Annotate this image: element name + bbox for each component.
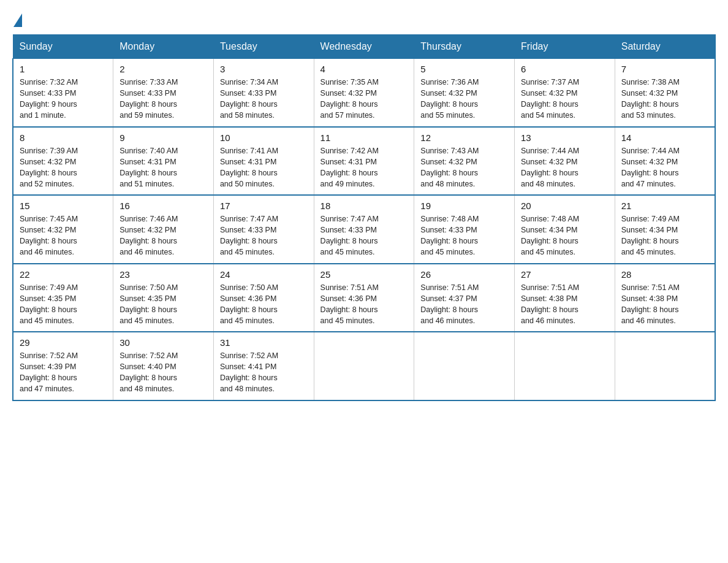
- day-info: Sunrise: 7:50 AM Sunset: 4:35 PM Dayligh…: [119, 282, 207, 327]
- day-info: Sunrise: 7:51 AM Sunset: 4:38 PM Dayligh…: [521, 282, 609, 327]
- day-info: Sunrise: 7:41 AM Sunset: 4:31 PM Dayligh…: [220, 145, 308, 190]
- day-number: 31: [220, 337, 308, 348]
- day-number: 23: [119, 269, 207, 280]
- day-info: Sunrise: 7:39 AM Sunset: 4:32 PM Dayligh…: [20, 145, 107, 190]
- day-of-week-header: Saturday: [615, 35, 715, 59]
- calendar-week-row: 29 Sunrise: 7:52 AM Sunset: 4:39 PM Dayl…: [13, 332, 715, 400]
- day-info: Sunrise: 7:48 AM Sunset: 4:33 PM Dayligh…: [420, 213, 508, 258]
- day-number: 29: [20, 337, 107, 348]
- calendar-day-cell: 29 Sunrise: 7:52 AM Sunset: 4:39 PM Dayl…: [13, 332, 113, 400]
- day-number: 16: [119, 201, 207, 211]
- day-info: Sunrise: 7:52 AM Sunset: 4:39 PM Dayligh…: [20, 350, 107, 395]
- calendar-day-cell: [515, 332, 615, 400]
- day-info: Sunrise: 7:49 AM Sunset: 4:35 PM Dayligh…: [20, 282, 107, 327]
- day-info: Sunrise: 7:38 AM Sunset: 4:32 PM Dayligh…: [621, 77, 708, 121]
- calendar-day-cell: [615, 332, 715, 400]
- day-info: Sunrise: 7:51 AM Sunset: 4:38 PM Dayligh…: [621, 282, 708, 327]
- calendar-day-cell: 4 Sunrise: 7:35 AM Sunset: 4:32 PM Dayli…: [314, 59, 414, 127]
- day-of-week-header: Thursday: [414, 35, 515, 59]
- day-number: 25: [320, 269, 408, 280]
- day-info: Sunrise: 7:44 AM Sunset: 4:32 PM Dayligh…: [621, 145, 708, 190]
- day-of-week-header: Monday: [113, 35, 214, 59]
- day-number: 17: [220, 201, 308, 211]
- calendar-day-cell: 1 Sunrise: 7:32 AM Sunset: 4:33 PM Dayli…: [13, 59, 113, 127]
- day-number: 10: [220, 132, 308, 143]
- day-number: 15: [20, 201, 107, 211]
- calendar-day-cell: [414, 332, 515, 400]
- day-info: Sunrise: 7:50 AM Sunset: 4:36 PM Dayligh…: [220, 282, 308, 327]
- day-number: 26: [420, 269, 508, 280]
- day-info: Sunrise: 7:47 AM Sunset: 4:33 PM Dayligh…: [220, 213, 308, 258]
- calendar-table: SundayMondayTuesdayWednesdayThursdayFrid…: [12, 34, 716, 401]
- day-number: 27: [521, 269, 609, 280]
- calendar-day-cell: 2 Sunrise: 7:33 AM Sunset: 4:33 PM Dayli…: [113, 59, 214, 127]
- calendar-day-cell: 27 Sunrise: 7:51 AM Sunset: 4:38 PM Dayl…: [515, 264, 615, 332]
- calendar-day-cell: 16 Sunrise: 7:46 AM Sunset: 4:32 PM Dayl…: [113, 195, 214, 264]
- day-number: 8: [20, 132, 107, 143]
- calendar-day-cell: 10 Sunrise: 7:41 AM Sunset: 4:31 PM Dayl…: [213, 127, 314, 196]
- calendar-day-cell: 21 Sunrise: 7:49 AM Sunset: 4:34 PM Dayl…: [615, 195, 715, 264]
- day-number: 6: [521, 64, 609, 74]
- day-number: 1: [20, 64, 107, 74]
- calendar-day-cell: 20 Sunrise: 7:48 AM Sunset: 4:34 PM Dayl…: [515, 195, 615, 264]
- day-info: Sunrise: 7:36 AM Sunset: 4:32 PM Dayligh…: [420, 77, 508, 121]
- day-number: 9: [119, 132, 207, 143]
- calendar-day-cell: 26 Sunrise: 7:51 AM Sunset: 4:37 PM Dayl…: [414, 264, 515, 332]
- calendar-day-cell: [314, 332, 414, 400]
- day-number: 2: [119, 64, 207, 74]
- calendar-week-row: 22 Sunrise: 7:49 AM Sunset: 4:35 PM Dayl…: [13, 264, 715, 332]
- day-number: 5: [420, 64, 508, 74]
- calendar-day-cell: 22 Sunrise: 7:49 AM Sunset: 4:35 PM Dayl…: [13, 264, 113, 332]
- day-info: Sunrise: 7:47 AM Sunset: 4:33 PM Dayligh…: [320, 213, 408, 258]
- day-number: 28: [621, 269, 708, 280]
- calendar-day-cell: 19 Sunrise: 7:48 AM Sunset: 4:33 PM Dayl…: [414, 195, 515, 264]
- calendar-day-cell: 15 Sunrise: 7:45 AM Sunset: 4:32 PM Dayl…: [13, 195, 113, 264]
- day-info: Sunrise: 7:51 AM Sunset: 4:37 PM Dayligh…: [420, 282, 508, 327]
- day-info: Sunrise: 7:42 AM Sunset: 4:31 PM Dayligh…: [320, 145, 408, 190]
- day-info: Sunrise: 7:49 AM Sunset: 4:34 PM Dayligh…: [621, 213, 708, 258]
- calendar-day-cell: 31 Sunrise: 7:52 AM Sunset: 4:41 PM Dayl…: [213, 332, 314, 400]
- calendar-day-cell: 28 Sunrise: 7:51 AM Sunset: 4:38 PM Dayl…: [615, 264, 715, 332]
- day-of-week-header: Friday: [515, 35, 615, 59]
- page-header: [12, 12, 716, 23]
- day-number: 21: [621, 201, 708, 211]
- calendar-day-cell: 5 Sunrise: 7:36 AM Sunset: 4:32 PM Dayli…: [414, 59, 515, 127]
- day-info: Sunrise: 7:33 AM Sunset: 4:33 PM Dayligh…: [119, 77, 207, 121]
- calendar-day-cell: 14 Sunrise: 7:44 AM Sunset: 4:32 PM Dayl…: [615, 127, 715, 196]
- day-info: Sunrise: 7:40 AM Sunset: 4:31 PM Dayligh…: [119, 145, 207, 190]
- calendar-day-cell: 25 Sunrise: 7:51 AM Sunset: 4:36 PM Dayl…: [314, 264, 414, 332]
- day-info: Sunrise: 7:43 AM Sunset: 4:32 PM Dayligh…: [420, 145, 508, 190]
- calendar-day-cell: 12 Sunrise: 7:43 AM Sunset: 4:32 PM Dayl…: [414, 127, 515, 196]
- day-info: Sunrise: 7:35 AM Sunset: 4:32 PM Dayligh…: [320, 77, 408, 121]
- day-number: 14: [621, 132, 708, 143]
- day-info: Sunrise: 7:37 AM Sunset: 4:32 PM Dayligh…: [521, 77, 609, 121]
- logo-triangle-icon: [13, 13, 22, 27]
- day-number: 19: [420, 201, 508, 211]
- calendar-week-row: 15 Sunrise: 7:45 AM Sunset: 4:32 PM Dayl…: [13, 195, 715, 264]
- day-number: 12: [420, 132, 508, 143]
- day-info: Sunrise: 7:44 AM Sunset: 4:32 PM Dayligh…: [521, 145, 609, 190]
- calendar-day-cell: 9 Sunrise: 7:40 AM Sunset: 4:31 PM Dayli…: [113, 127, 214, 196]
- calendar-day-cell: 13 Sunrise: 7:44 AM Sunset: 4:32 PM Dayl…: [515, 127, 615, 196]
- calendar-day-cell: 6 Sunrise: 7:37 AM Sunset: 4:32 PM Dayli…: [515, 59, 615, 127]
- day-number: 24: [220, 269, 308, 280]
- calendar-day-cell: 24 Sunrise: 7:50 AM Sunset: 4:36 PM Dayl…: [213, 264, 314, 332]
- calendar-day-cell: 7 Sunrise: 7:38 AM Sunset: 4:32 PM Dayli…: [615, 59, 715, 127]
- day-info: Sunrise: 7:52 AM Sunset: 4:41 PM Dayligh…: [220, 350, 308, 395]
- calendar-day-cell: 11 Sunrise: 7:42 AM Sunset: 4:31 PM Dayl…: [314, 127, 414, 196]
- day-info: Sunrise: 7:45 AM Sunset: 4:32 PM Dayligh…: [20, 213, 107, 258]
- day-number: 20: [521, 201, 609, 211]
- calendar-day-cell: 18 Sunrise: 7:47 AM Sunset: 4:33 PM Dayl…: [314, 195, 414, 264]
- calendar-week-row: 1 Sunrise: 7:32 AM Sunset: 4:33 PM Dayli…: [13, 59, 715, 127]
- day-number: 22: [20, 269, 107, 280]
- day-of-week-header: Wednesday: [314, 35, 414, 59]
- day-number: 11: [320, 132, 408, 143]
- calendar-day-cell: 30 Sunrise: 7:52 AM Sunset: 4:40 PM Dayl…: [113, 332, 214, 400]
- day-number: 4: [320, 64, 408, 74]
- calendar-day-cell: 8 Sunrise: 7:39 AM Sunset: 4:32 PM Dayli…: [13, 127, 113, 196]
- calendar-day-cell: 23 Sunrise: 7:50 AM Sunset: 4:35 PM Dayl…: [113, 264, 214, 332]
- day-of-week-header: Tuesday: [213, 35, 314, 59]
- calendar-header-row: SundayMondayTuesdayWednesdayThursdayFrid…: [13, 35, 715, 59]
- calendar-day-cell: 3 Sunrise: 7:34 AM Sunset: 4:33 PM Dayli…: [213, 59, 314, 127]
- day-info: Sunrise: 7:46 AM Sunset: 4:32 PM Dayligh…: [119, 213, 207, 258]
